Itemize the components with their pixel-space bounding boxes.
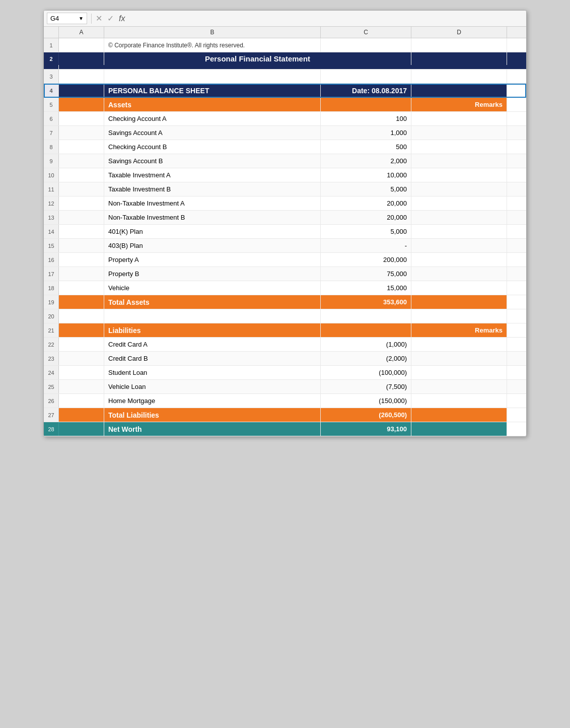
cell-d19[interactable] bbox=[411, 295, 507, 309]
cell-c14[interactable]: 5,000 bbox=[321, 225, 411, 238]
cell-c2[interactable] bbox=[411, 52, 507, 65]
cell-a1[interactable] bbox=[59, 38, 104, 52]
cell-d26[interactable] bbox=[411, 394, 507, 408]
cell-a18[interactable] bbox=[59, 281, 104, 295]
cancel-icon[interactable]: ✕ bbox=[96, 14, 102, 23]
col-header-c[interactable]: C bbox=[321, 27, 411, 38]
fx-icon[interactable]: fx bbox=[119, 14, 125, 23]
cell-a17[interactable] bbox=[59, 267, 104, 281]
cell-a9[interactable] bbox=[59, 154, 104, 168]
cell-c28[interactable]: 93,100 bbox=[321, 422, 411, 436]
cell-d11[interactable] bbox=[411, 182, 507, 196]
cell-d4[interactable] bbox=[411, 84, 507, 97]
cell-c16[interactable]: 200,000 bbox=[321, 253, 411, 267]
cell-d6[interactable] bbox=[411, 112, 507, 125]
cell-a20[interactable] bbox=[59, 309, 104, 323]
cell-a22[interactable] bbox=[59, 338, 104, 351]
cell-a10[interactable] bbox=[59, 168, 104, 182]
cell-c24[interactable]: (100,000) bbox=[321, 366, 411, 379]
cell-c15[interactable]: - bbox=[321, 239, 411, 252]
cell-b7[interactable]: Savings Account A bbox=[104, 126, 321, 140]
cell-c13[interactable]: 20,000 bbox=[321, 211, 411, 224]
cell-a25[interactable] bbox=[59, 380, 104, 393]
col-header-a[interactable]: A bbox=[59, 27, 104, 38]
cell-c11[interactable]: 5,000 bbox=[321, 182, 411, 196]
cell-b25[interactable]: Vehicle Loan bbox=[104, 380, 321, 393]
cell-c26[interactable]: (150,000) bbox=[321, 394, 411, 408]
cell-c18[interactable]: 15,000 bbox=[321, 281, 411, 295]
cell-c19[interactable]: 353,600 bbox=[321, 295, 411, 309]
cell-reference-box[interactable]: G4 ▼ bbox=[47, 13, 87, 24]
cell-b24[interactable]: Student Loan bbox=[104, 366, 321, 379]
cell-b19[interactable]: Total Assets bbox=[104, 295, 321, 309]
cell-a4[interactable] bbox=[59, 84, 104, 97]
col-header-b[interactable]: B bbox=[104, 27, 321, 38]
cell-b11[interactable]: Taxable Investment B bbox=[104, 182, 321, 196]
cell-d2[interactable] bbox=[44, 65, 59, 69]
cell-b13[interactable]: Non-Taxable Investment B bbox=[104, 211, 321, 224]
cell-c9[interactable]: 2,000 bbox=[321, 154, 411, 168]
cell-b15[interactable]: 403(B) Plan bbox=[104, 239, 321, 252]
cell-c17[interactable]: 75,000 bbox=[321, 267, 411, 281]
cell-b20[interactable] bbox=[104, 309, 321, 323]
cell-d9[interactable] bbox=[411, 154, 507, 168]
cell-a7[interactable] bbox=[59, 126, 104, 140]
cell-d14[interactable] bbox=[411, 225, 507, 238]
cell-d16[interactable] bbox=[411, 253, 507, 267]
cell-c8[interactable]: 500 bbox=[321, 140, 411, 154]
cell-a15[interactable] bbox=[59, 239, 104, 252]
cell-b8[interactable]: Checking Account B bbox=[104, 140, 321, 154]
cell-a12[interactable] bbox=[59, 196, 104, 210]
cell-b28[interactable]: Net Worth bbox=[104, 422, 321, 436]
cell-d27[interactable] bbox=[411, 408, 507, 422]
cell-d7[interactable] bbox=[411, 126, 507, 140]
cell-b9[interactable]: Savings Account B bbox=[104, 154, 321, 168]
cell-b3[interactable] bbox=[104, 70, 321, 83]
cell-d15[interactable] bbox=[411, 239, 507, 252]
cell-a5[interactable] bbox=[59, 98, 104, 111]
cell-d18[interactable] bbox=[411, 281, 507, 295]
dropdown-icon[interactable]: ▼ bbox=[79, 16, 84, 21]
cell-d1[interactable] bbox=[411, 38, 507, 52]
cell-c27[interactable]: (260,500) bbox=[321, 408, 411, 422]
cell-a26[interactable] bbox=[59, 394, 104, 408]
cell-d17[interactable] bbox=[411, 267, 507, 281]
cell-d21[interactable]: Remarks bbox=[411, 323, 507, 337]
cell-a8[interactable] bbox=[59, 140, 104, 154]
cell-c23[interactable]: (2,000) bbox=[321, 352, 411, 365]
cell-c6[interactable]: 100 bbox=[321, 112, 411, 125]
cell-d22[interactable] bbox=[411, 338, 507, 351]
col-header-d[interactable]: D bbox=[411, 27, 507, 38]
cell-c20[interactable] bbox=[321, 309, 411, 323]
cell-a28[interactable] bbox=[59, 422, 104, 436]
cell-c4[interactable]: Date: 08.08.2017 bbox=[321, 84, 411, 97]
cell-c1[interactable] bbox=[321, 38, 411, 52]
cell-d12[interactable] bbox=[411, 196, 507, 210]
confirm-icon[interactable]: ✓ bbox=[107, 14, 114, 23]
cell-b18[interactable]: Vehicle bbox=[104, 281, 321, 295]
cell-a6[interactable] bbox=[59, 112, 104, 125]
cell-b23[interactable]: Credit Card B bbox=[104, 352, 321, 365]
cell-b16[interactable]: Property A bbox=[104, 253, 321, 267]
cell-d3[interactable] bbox=[411, 70, 507, 83]
cell-a14[interactable] bbox=[59, 225, 104, 238]
cell-b2[interactable]: Personal Financial Statement bbox=[104, 52, 411, 65]
cell-b4[interactable]: PERSONAL BALANCE SHEET bbox=[104, 84, 321, 97]
cell-a3[interactable] bbox=[59, 70, 104, 83]
cell-a27[interactable] bbox=[59, 408, 104, 422]
cell-b21[interactable]: Liabilities bbox=[104, 323, 321, 337]
cell-a24[interactable] bbox=[59, 366, 104, 379]
cell-b27[interactable]: Total Liabilities bbox=[104, 408, 321, 422]
cell-b12[interactable]: Non-Taxable Investment A bbox=[104, 196, 321, 210]
cell-a2[interactable] bbox=[59, 52, 104, 65]
cell-b22[interactable]: Credit Card A bbox=[104, 338, 321, 351]
cell-b5[interactable]: Assets bbox=[104, 98, 321, 111]
cell-d13[interactable] bbox=[411, 211, 507, 224]
cell-d23[interactable] bbox=[411, 352, 507, 365]
cell-b26[interactable]: Home Mortgage bbox=[104, 394, 321, 408]
cell-a11[interactable] bbox=[59, 182, 104, 196]
cell-c3[interactable] bbox=[321, 70, 411, 83]
cell-c5[interactable] bbox=[321, 98, 411, 111]
cell-b17[interactable]: Property B bbox=[104, 267, 321, 281]
cell-b1[interactable]: © Corporate Finance Institute®. All righ… bbox=[104, 38, 321, 52]
